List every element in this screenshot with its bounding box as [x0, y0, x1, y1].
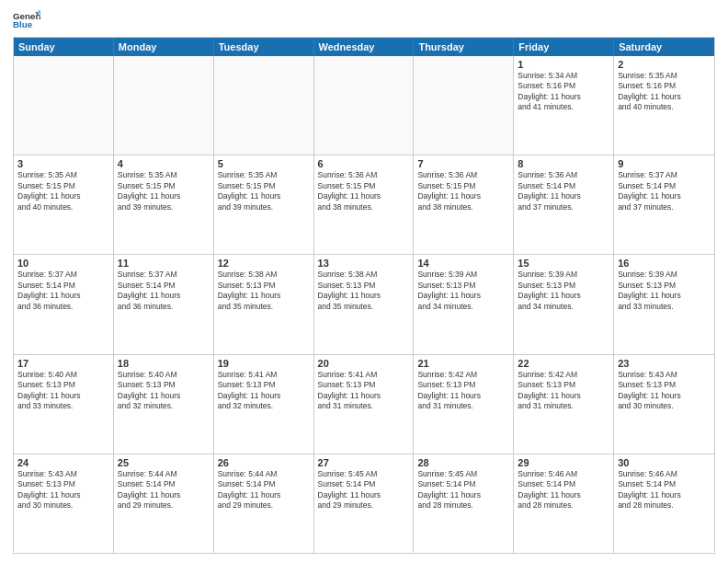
calendar-cell-r3c3: 20Sunrise: 5:41 AM Sunset: 5:13 PM Dayli…	[314, 355, 415, 454]
calendar-cell-r1c5: 8Sunrise: 5:36 AM Sunset: 5:14 PM Daylig…	[514, 155, 614, 254]
day-number: 11	[118, 258, 210, 269]
cell-info: Sunrise: 5:43 AM Sunset: 5:13 PM Dayligh…	[618, 370, 711, 412]
day-number: 12	[218, 258, 310, 269]
cell-info: Sunrise: 5:34 AM Sunset: 5:16 PM Dayligh…	[518, 71, 609, 113]
cell-info: Sunrise: 5:37 AM Sunset: 5:14 PM Dayligh…	[618, 170, 711, 213]
day-number: 19	[218, 358, 310, 369]
day-number: 4	[118, 158, 210, 169]
cell-info: Sunrise: 5:35 AM Sunset: 5:15 PM Dayligh…	[17, 170, 109, 213]
cell-info: Sunrise: 5:46 AM Sunset: 5:14 PM Dayligh…	[618, 469, 711, 511]
calendar-cell-r2c2: 12Sunrise: 5:38 AM Sunset: 5:13 PM Dayli…	[214, 255, 314, 353]
svg-text:Blue: Blue	[13, 19, 33, 29]
day-number: 27	[318, 457, 410, 468]
calendar-cell-r1c3: 6Sunrise: 5:36 AM Sunset: 5:15 PM Daylig…	[314, 155, 415, 254]
day-number: 15	[518, 258, 609, 269]
calendar-cell-r3c2: 19Sunrise: 5:41 AM Sunset: 5:13 PM Dayli…	[214, 355, 314, 454]
day-number: 17	[17, 358, 109, 369]
calendar-cell-r0c5: 1Sunrise: 5:34 AM Sunset: 5:16 PM Daylig…	[514, 56, 614, 155]
calendar: SundayMondayTuesdayWednesdayThursdayFrid…	[13, 37, 715, 554]
cell-info: Sunrise: 5:44 AM Sunset: 5:14 PM Dayligh…	[218, 469, 310, 511]
cell-info: Sunrise: 5:43 AM Sunset: 5:13 PM Dayligh…	[17, 469, 109, 511]
calendar-cell-r3c6: 23Sunrise: 5:43 AM Sunset: 5:13 PM Dayli…	[614, 355, 714, 454]
day-number: 30	[618, 457, 711, 468]
calendar-cell-r0c6: 2Sunrise: 5:35 AM Sunset: 5:16 PM Daylig…	[614, 56, 714, 155]
day-number: 3	[17, 158, 109, 169]
header-day-monday: Monday	[114, 38, 214, 56]
cell-info: Sunrise: 5:39 AM Sunset: 5:13 PM Dayligh…	[518, 270, 609, 312]
day-number: 9	[618, 158, 711, 169]
calendar-cell-r1c1: 4Sunrise: 5:35 AM Sunset: 5:15 PM Daylig…	[114, 155, 214, 254]
calendar-cell-r2c1: 11Sunrise: 5:37 AM Sunset: 5:14 PM Dayli…	[114, 255, 214, 353]
calendar-row-0: 1Sunrise: 5:34 AM Sunset: 5:16 PM Daylig…	[14, 56, 714, 155]
calendar-cell-r2c3: 13Sunrise: 5:38 AM Sunset: 5:13 PM Dayli…	[314, 255, 415, 353]
header-day-thursday: Thursday	[414, 38, 514, 56]
day-number: 18	[118, 358, 210, 369]
calendar-cell-r4c1: 25Sunrise: 5:44 AM Sunset: 5:14 PM Dayli…	[114, 454, 214, 553]
calendar-cell-r4c4: 28Sunrise: 5:45 AM Sunset: 5:14 PM Dayli…	[414, 454, 514, 553]
calendar-cell-r4c6: 30Sunrise: 5:46 AM Sunset: 5:14 PM Dayli…	[614, 454, 714, 553]
cell-info: Sunrise: 5:37 AM Sunset: 5:14 PM Dayligh…	[17, 270, 109, 312]
day-number: 5	[218, 158, 310, 169]
calendar-cell-r0c2	[214, 56, 314, 155]
cell-info: Sunrise: 5:36 AM Sunset: 5:14 PM Dayligh…	[518, 170, 609, 213]
calendar-cell-r3c4: 21Sunrise: 5:42 AM Sunset: 5:13 PM Dayli…	[414, 355, 514, 454]
cell-info: Sunrise: 5:41 AM Sunset: 5:13 PM Dayligh…	[318, 370, 410, 412]
header-day-tuesday: Tuesday	[214, 38, 314, 56]
calendar-row-2: 10Sunrise: 5:37 AM Sunset: 5:14 PM Dayli…	[14, 255, 714, 354]
cell-info: Sunrise: 5:37 AM Sunset: 5:14 PM Dayligh…	[118, 270, 210, 312]
day-number: 23	[618, 358, 711, 369]
day-number: 16	[618, 258, 711, 269]
day-number: 2	[618, 59, 711, 70]
logo: General Blue	[13, 9, 40, 31]
calendar-cell-r2c5: 15Sunrise: 5:39 AM Sunset: 5:13 PM Dayli…	[514, 255, 614, 353]
cell-info: Sunrise: 5:45 AM Sunset: 5:14 PM Dayligh…	[318, 469, 410, 511]
cell-info: Sunrise: 5:35 AM Sunset: 5:15 PM Dayligh…	[218, 170, 310, 213]
header-day-wednesday: Wednesday	[314, 38, 415, 56]
cell-info: Sunrise: 5:41 AM Sunset: 5:13 PM Dayligh…	[218, 370, 310, 412]
calendar-cell-r2c4: 14Sunrise: 5:39 AM Sunset: 5:13 PM Dayli…	[414, 255, 514, 353]
day-number: 1	[518, 59, 609, 70]
cell-info: Sunrise: 5:35 AM Sunset: 5:15 PM Dayligh…	[118, 170, 210, 213]
calendar-cell-r1c4: 7Sunrise: 5:36 AM Sunset: 5:15 PM Daylig…	[414, 155, 514, 254]
cell-info: Sunrise: 5:40 AM Sunset: 5:13 PM Dayligh…	[17, 370, 109, 412]
calendar-body: 1Sunrise: 5:34 AM Sunset: 5:16 PM Daylig…	[14, 56, 714, 553]
calendar-cell-r0c4	[414, 56, 514, 155]
calendar-cell-r4c3: 27Sunrise: 5:45 AM Sunset: 5:14 PM Dayli…	[314, 454, 415, 553]
day-number: 14	[417, 258, 509, 269]
cell-info: Sunrise: 5:42 AM Sunset: 5:13 PM Dayligh…	[518, 370, 609, 412]
cell-info: Sunrise: 5:38 AM Sunset: 5:13 PM Dayligh…	[318, 270, 410, 312]
logo-icon: General Blue	[13, 9, 40, 31]
day-number: 7	[417, 158, 509, 169]
cell-info: Sunrise: 5:39 AM Sunset: 5:13 PM Dayligh…	[618, 270, 711, 312]
day-number: 8	[518, 158, 609, 169]
page-header: General Blue	[13, 9, 715, 31]
cell-info: Sunrise: 5:44 AM Sunset: 5:14 PM Dayligh…	[118, 469, 210, 511]
day-number: 26	[218, 457, 310, 468]
calendar-row-1: 3Sunrise: 5:35 AM Sunset: 5:15 PM Daylig…	[14, 155, 714, 255]
cell-info: Sunrise: 5:45 AM Sunset: 5:14 PM Dayligh…	[417, 469, 509, 511]
cell-info: Sunrise: 5:36 AM Sunset: 5:15 PM Dayligh…	[417, 170, 509, 213]
calendar-cell-r4c2: 26Sunrise: 5:44 AM Sunset: 5:14 PM Dayli…	[214, 454, 314, 553]
header-day-sunday: Sunday	[14, 38, 114, 56]
day-number: 20	[318, 358, 410, 369]
header-day-saturday: Saturday	[614, 38, 714, 56]
cell-info: Sunrise: 5:40 AM Sunset: 5:13 PM Dayligh…	[118, 370, 210, 412]
day-number: 22	[518, 358, 609, 369]
calendar-cell-r2c0: 10Sunrise: 5:37 AM Sunset: 5:14 PM Dayli…	[14, 255, 114, 353]
day-number: 29	[518, 457, 609, 468]
calendar-header: SundayMondayTuesdayWednesdayThursdayFrid…	[14, 38, 714, 56]
day-number: 13	[318, 258, 410, 269]
calendar-cell-r4c5: 29Sunrise: 5:46 AM Sunset: 5:14 PM Dayli…	[514, 454, 614, 553]
calendar-cell-r0c0	[14, 56, 114, 155]
calendar-row-4: 24Sunrise: 5:43 AM Sunset: 5:13 PM Dayli…	[14, 454, 714, 553]
day-number: 28	[417, 457, 509, 468]
cell-info: Sunrise: 5:42 AM Sunset: 5:13 PM Dayligh…	[417, 370, 509, 412]
day-number: 6	[318, 158, 410, 169]
calendar-cell-r0c3	[314, 56, 415, 155]
calendar-cell-r1c0: 3Sunrise: 5:35 AM Sunset: 5:15 PM Daylig…	[14, 155, 114, 254]
calendar-cell-r3c5: 22Sunrise: 5:42 AM Sunset: 5:13 PM Dayli…	[514, 355, 614, 454]
calendar-cell-r0c1	[114, 56, 214, 155]
calendar-cell-r3c1: 18Sunrise: 5:40 AM Sunset: 5:13 PM Dayli…	[114, 355, 214, 454]
cell-info: Sunrise: 5:38 AM Sunset: 5:13 PM Dayligh…	[218, 270, 310, 312]
cell-info: Sunrise: 5:46 AM Sunset: 5:14 PM Dayligh…	[518, 469, 609, 511]
